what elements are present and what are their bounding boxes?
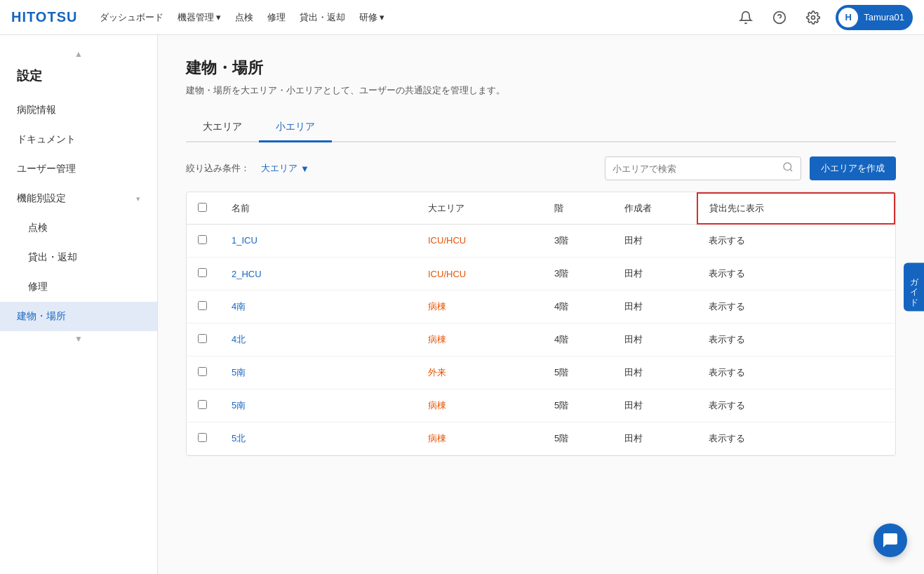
row-area: 病棟 (417, 422, 543, 455)
row-area: 病棟 (417, 389, 543, 422)
chevron-down-icon: ▾ (380, 12, 384, 22)
row-name-link[interactable]: 4南 (232, 301, 246, 312)
sidebar-item-label: 貸出・返却 (28, 251, 77, 264)
header-checkbox (187, 193, 220, 224)
row-select-checkbox[interactable] (198, 367, 207, 376)
header-floor: 階 (543, 193, 613, 224)
help-button[interactable] (768, 6, 791, 29)
nav-inspection[interactable]: 点検 (235, 11, 253, 24)
tabs: 大エリア 小エリア (186, 114, 896, 142)
row-area: ICU/HCU (417, 258, 543, 291)
sidebar-item-inspection[interactable]: 点検 (0, 213, 157, 243)
sidebar-item-repair[interactable]: 修理 (0, 272, 157, 302)
row-select-checkbox[interactable] (198, 268, 207, 277)
sidebar-title: 設定 (0, 62, 157, 95)
sidebar-item-label: 病院情報 (17, 104, 56, 116)
search-icon (782, 161, 794, 175)
row-checkbox (187, 291, 220, 323)
row-checkbox (187, 356, 220, 389)
sidebar-item-building[interactable]: 建物・場所 (0, 302, 157, 331)
row-name: 5南 (220, 389, 417, 422)
nav-repair[interactable]: 修理 (267, 11, 286, 24)
row-select-checkbox[interactable] (198, 301, 207, 310)
area-filter-button[interactable]: 大エリア ▼ (255, 159, 315, 178)
avatar: H (838, 8, 858, 27)
row-area: 外来 (417, 356, 543, 389)
nav-equipment[interactable]: 機器管理 ▾ (178, 11, 221, 24)
data-table: 名前 大エリア 階 作成者 貸出先に表示 (186, 192, 896, 456)
row-creator: 田村 (613, 258, 697, 291)
row-select-checkbox[interactable] (198, 433, 207, 442)
table-header-row: 名前 大エリア 階 作成者 貸出先に表示 (187, 193, 895, 224)
tab-large-area[interactable]: 大エリア (186, 114, 259, 142)
chat-bubble-button[interactable] (873, 523, 907, 557)
sidebar-item-label: 機能別設定 (17, 192, 66, 205)
sidebar: ▲ 設定 病院情報 ドキュメント ユーザー管理 機能別設定 ▾ 点検 貸出・返却… (0, 35, 158, 574)
table-row: 5南 病棟 5階 田村 表示する (187, 389, 895, 422)
create-small-area-button[interactable]: 小エリアを作成 (810, 156, 896, 180)
row-display: 表示する (697, 422, 895, 455)
header-area: 大エリア (417, 193, 543, 224)
sidebar-item-label: ユーザー管理 (17, 163, 76, 175)
table-row: 5北 病棟 5階 田村 表示する (187, 422, 895, 455)
sidebar-item-hospital[interactable]: 病院情報 (0, 95, 157, 125)
sidebar-item-user-management[interactable]: ユーザー管理 (0, 154, 157, 184)
row-floor: 4階 (543, 323, 613, 356)
user-profile-button[interactable]: H Tamura01 (836, 5, 913, 30)
row-name-link[interactable]: 1_ICU (232, 235, 257, 246)
row-area-value: 病棟 (428, 334, 446, 345)
guide-tab-button[interactable]: ガイド (904, 263, 924, 312)
table-row: 5南 外来 5階 田村 表示する (187, 356, 895, 389)
row-floor: 3階 (543, 258, 613, 291)
sidebar-item-label: 建物・場所 (17, 310, 66, 323)
sidebar-item-label: ドキュメント (17, 133, 76, 146)
row-area-value: ICU/HCU (428, 269, 466, 279)
nav-dashboard[interactable]: ダッシュボード (100, 11, 163, 24)
sidebar-scroll-up[interactable]: ▲ (0, 46, 157, 62)
sidebar-scroll-down[interactable]: ▼ (0, 331, 157, 347)
row-display: 表示する (697, 224, 895, 258)
row-checkbox (187, 258, 220, 291)
table-row: 4南 病棟 4階 田村 表示する (187, 291, 895, 323)
row-checkbox (187, 323, 220, 356)
row-creator: 田村 (613, 356, 697, 389)
row-select-checkbox[interactable] (198, 235, 207, 244)
row-name-link[interactable]: 5南 (232, 400, 246, 411)
nav-lending[interactable]: 貸出・返却 (300, 11, 345, 24)
search-input[interactable] (612, 163, 778, 174)
nav-training[interactable]: 研修 ▾ (359, 11, 384, 24)
row-floor: 5階 (543, 389, 613, 422)
tab-small-area[interactable]: 小エリア (259, 114, 332, 142)
svg-point-3 (784, 163, 791, 171)
row-checkbox (187, 422, 220, 455)
row-name: 1_ICU (220, 224, 417, 258)
sidebar-item-lending[interactable]: 貸出・返却 (0, 243, 157, 272)
logo[interactable]: HITOTSU (11, 9, 77, 25)
filter-label: 絞り込み条件： (186, 162, 250, 175)
filter-right: 小エリアを作成 (605, 156, 896, 180)
filter-left: 絞り込み条件： 大エリア ▼ (186, 159, 315, 178)
row-name-link[interactable]: 5北 (232, 433, 246, 443)
sidebar-item-document[interactable]: ドキュメント (0, 125, 157, 154)
chevron-down-icon: ▾ (136, 194, 140, 203)
row-select-checkbox[interactable] (198, 400, 207, 409)
row-floor: 5階 (543, 356, 613, 389)
row-area: ICU/HCU (417, 224, 543, 258)
notification-button[interactable] (735, 6, 757, 29)
nav-right: H Tamura01 (735, 5, 913, 30)
row-creator: 田村 (613, 422, 697, 455)
row-name-link[interactable]: 2_HCU (232, 269, 262, 279)
row-name-link[interactable]: 4北 (232, 334, 246, 345)
row-name-link[interactable]: 5南 (232, 367, 246, 378)
table-row: 2_HCU ICU/HCU 3階 田村 表示する (187, 258, 895, 291)
row-area-value: 病棟 (428, 400, 446, 411)
row-select-checkbox[interactable] (198, 334, 207, 343)
row-creator: 田村 (613, 389, 697, 422)
table-row: 4北 病棟 4階 田村 表示する (187, 323, 895, 356)
row-display: 表示する (697, 291, 895, 323)
row-area: 病棟 (417, 323, 543, 356)
select-all-checkbox[interactable] (198, 203, 207, 212)
filter-row: 絞り込み条件： 大エリア ▼ 小エリアを作成 (186, 156, 896, 180)
settings-button[interactable] (802, 6, 824, 29)
sidebar-item-feature-settings[interactable]: 機能別設定 ▾ (0, 184, 157, 213)
